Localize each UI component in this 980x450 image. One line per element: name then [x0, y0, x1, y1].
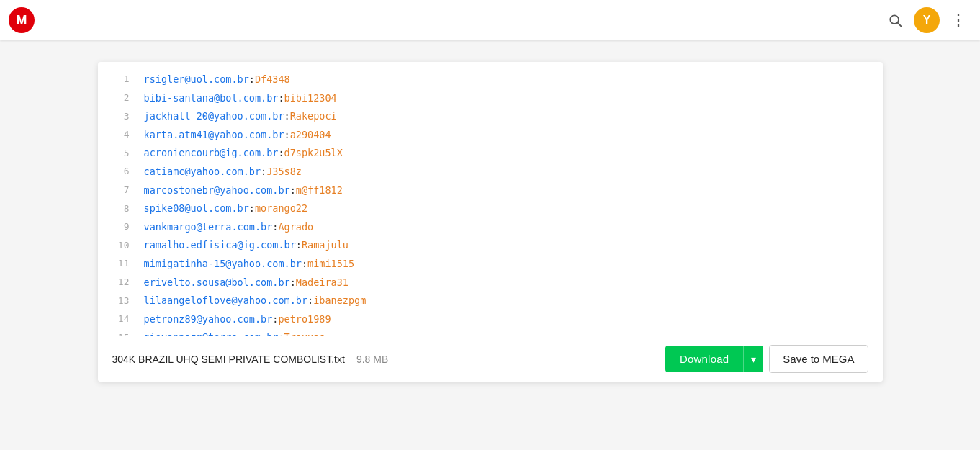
table-row: 3jackhall_20@yahoo.com.br:Rakepoci [98, 107, 883, 126]
line-separator: : [261, 164, 266, 180]
line-separator: : [296, 238, 302, 253]
line-password: m@ff1812 [296, 183, 343, 199]
file-size: 9.8 MB [356, 354, 388, 365]
line-password: Df4348 [255, 72, 290, 88]
table-row: 6catiamc@yahoo.com.br:J35s8z [98, 163, 883, 181]
mega-logo[interactable]: M [9, 7, 35, 33]
table-row: 15giovannazm@terra.com.br:Traxxas [98, 328, 883, 336]
line-password: bibi12304 [284, 91, 337, 107]
line-separator: : [278, 145, 284, 161]
line-email: acroniencourb@ig.com.br [144, 145, 279, 161]
line-email: vankmargo@terra.com.br [144, 220, 273, 235]
line-email: ramalho.edfisica@ig.com.br [144, 238, 296, 253]
chevron-down-icon: ▾ [751, 354, 756, 365]
line-number: 2 [109, 91, 130, 106]
line-password: petro1989 [278, 312, 331, 328]
save-to-mega-button[interactable]: Save to MEGA [769, 345, 868, 373]
line-number: 15 [109, 330, 130, 336]
line-number: 3 [109, 109, 130, 125]
line-number: 5 [109, 146, 130, 161]
line-number: 10 [109, 238, 130, 253]
footer-actions: Download ▾ Save to MEGA [665, 345, 868, 373]
line-password: mimi1515 [307, 256, 354, 272]
topbar-left: M [9, 7, 35, 33]
table-row: 10ramalho.edfisica@ig.com.br:Ramajulu [98, 236, 883, 255]
table-row: 13lilaangeloflove@yahoo.com.br:ibanezpgm [98, 292, 883, 310]
line-separator: : [272, 312, 278, 328]
line-number: 4 [109, 127, 130, 143]
line-email: spike08@uol.com.br [144, 201, 249, 217]
svg-line-1 [898, 23, 902, 27]
file-info: 304K BRAZIL UHQ SEMI PRIVATE COMBOLIST.t… [112, 354, 389, 365]
line-number: 12 [109, 275, 130, 290]
file-viewer: 1rsigler@uol.com.br:Df43482bibi-santana@… [98, 62, 883, 382]
line-separator: : [284, 127, 290, 143]
line-number: 6 [109, 164, 130, 179]
line-password: Rakepoci [290, 109, 337, 125]
download-button-group: Download ▾ [665, 346, 763, 372]
line-password: Ramajulu [302, 238, 349, 253]
table-row: 11mimigatinha-15@yahoo.com.br:mimi1515 [98, 255, 883, 274]
main-content: 1rsigler@uol.com.br:Df43482bibi-santana@… [0, 40, 980, 403]
more-icon: ⋮ [950, 12, 966, 28]
table-row: 14petronz89@yahoo.com.br:petro1989 [98, 310, 883, 329]
table-row: 2bibi-santana@bol.com.br:bibi12304 [98, 89, 883, 108]
line-email: lilaangeloflove@yahoo.com.br [144, 293, 308, 309]
line-password: morango22 [255, 201, 307, 217]
line-separator: : [302, 256, 307, 272]
line-email: giovannazm@terra.com.br [144, 330, 279, 336]
line-number: 9 [109, 220, 130, 235]
file-footer: 304K BRAZIL UHQ SEMI PRIVATE COMBOLIST.t… [98, 336, 883, 382]
line-number: 14 [109, 312, 130, 327]
line-separator: : [290, 275, 296, 291]
search-icon [888, 13, 902, 27]
line-email: jackhall_20@yahoo.com.br [144, 109, 284, 125]
line-separator: : [278, 330, 284, 336]
line-number: 8 [109, 202, 130, 217]
line-separator: : [284, 109, 290, 125]
download-button[interactable]: Download [665, 346, 743, 372]
user-avatar[interactable]: Y [914, 7, 940, 33]
line-password: Traxxas [284, 330, 325, 336]
line-password: a290404 [290, 127, 331, 143]
file-content-area[interactable]: 1rsigler@uol.com.br:Df43482bibi-santana@… [98, 62, 883, 336]
line-number: 7 [109, 183, 130, 198]
table-row: 8spike08@uol.com.br:morango22 [98, 199, 883, 218]
topbar: M Y ⋮ [0, 0, 980, 40]
line-password: d7spk2u5lX [284, 145, 343, 161]
line-password: Madeira31 [296, 275, 349, 291]
line-number: 13 [109, 294, 130, 309]
line-separator: : [249, 201, 255, 217]
more-menu-button[interactable]: ⋮ [945, 7, 971, 33]
table-row: 4karta.atm41@yahoo.com.br:a290404 [98, 126, 883, 145]
line-email: rsigler@uol.com.br [144, 72, 249, 88]
line-email: mimigatinha-15@yahoo.com.br [144, 256, 302, 272]
line-separator: : [272, 220, 278, 235]
download-arrow-button[interactable]: ▾ [743, 346, 763, 372]
table-row: 7marcostonebr@yahoo.com.br:m@ff1812 [98, 181, 883, 200]
line-email: catiamc@yahoo.com.br [144, 164, 261, 180]
line-email: petronz89@yahoo.com.br [144, 312, 273, 328]
line-email: karta.atm41@yahoo.com.br [144, 127, 284, 143]
line-separator: : [307, 293, 313, 309]
line-number: 1 [109, 72, 130, 87]
table-row: 1rsigler@uol.com.br:Df4348 [98, 71, 883, 89]
line-separator: : [278, 91, 284, 107]
table-row: 12erivelto.sousa@bol.com.br:Madeira31 [98, 274, 883, 292]
table-row: 9vankmargo@terra.com.br:Agrado [98, 218, 883, 237]
line-separator: : [290, 183, 296, 199]
line-email: erivelto.sousa@bol.com.br [144, 275, 290, 291]
line-password: Agrado [278, 220, 313, 235]
line-password: ibanezpgm [313, 293, 366, 309]
table-row: 5acroniencourb@ig.com.br:d7spk2u5lX [98, 144, 883, 163]
file-name: 304K BRAZIL UHQ SEMI PRIVATE COMBOLIST.t… [112, 354, 345, 365]
topbar-right: Y ⋮ [882, 7, 971, 33]
line-email: bibi-santana@bol.com.br [144, 91, 279, 107]
line-email: marcostonebr@yahoo.com.br [144, 183, 290, 199]
line-password: J35s8z [266, 164, 302, 180]
line-number: 11 [109, 256, 130, 271]
line-separator: : [249, 72, 255, 88]
search-button[interactable] [882, 7, 908, 33]
